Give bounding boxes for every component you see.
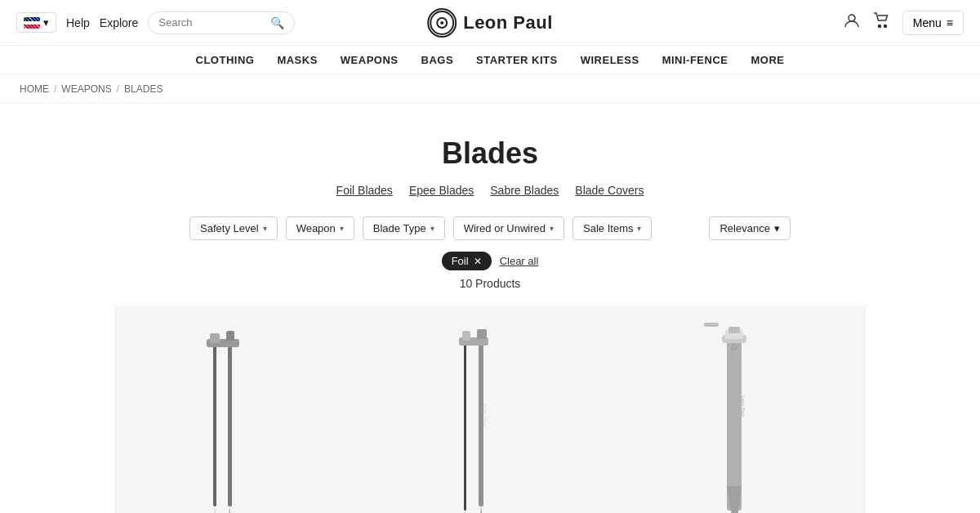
nav-masks[interactable]: MASKS [277,54,317,66]
svg-rect-8 [228,335,232,506]
sub-nav: Foil Blades Epee Blades Sabre Blades Bla… [114,184,866,197]
page-content: Blades Foil Blades Epee Blades Sabre Bla… [98,104,882,513]
product-count: 10 Products [114,277,866,290]
logo-icon [427,8,457,38]
sort-chevron: ▾ [774,222,780,234]
nav-weapons[interactable]: WEAPONS [341,54,399,66]
svg-rect-12 [226,331,234,341]
page-title: Blades [114,136,866,171]
nav-wireless[interactable]: WIRELESS [581,54,639,66]
breadcrumb-current: BLADES [124,83,163,95]
breadcrumb-sep2: / [117,83,119,95]
active-filter-chip: Foil ✕ [442,252,492,270]
filter-safety-label: Safety Level [200,222,259,234]
top-bar-left: ▾ Help Explore 🔍 [16,11,295,34]
top-bar: ▾ Help Explore 🔍 Leon Paul [0,0,980,46]
svg-point-4 [878,25,880,28]
product-image-0 [114,306,365,513]
svg-marker-16 [479,506,483,513]
filter-safety-chevron: ▾ [263,224,267,233]
help-link[interactable]: Help [66,16,90,29]
filter-sale-chevron: ▾ [637,224,641,233]
breadcrumb-sep1: / [54,83,56,95]
svg-rect-11 [210,333,220,343]
logo-area: Leon Paul [427,8,553,38]
svg-rect-6 [213,343,216,506]
search-box: 🔍 [148,11,295,34]
menu-label: Menu [913,16,942,29]
sort-button[interactable]: Relevance ▾ [709,216,790,240]
nav-starter-kits[interactable]: STARTER KITS [476,54,558,66]
filters-row: Safety Level ▾ Weapon ▾ Blade Type ▾ Wir… [114,216,866,240]
sort-group: Relevance ▾ [709,216,790,240]
svg-rect-19 [477,329,487,339]
product-grid: LP - APEX FIE FOIL BLADE £118.80 INC VAT [114,306,866,513]
product-card-0[interactable]: LP - APEX FIE FOIL BLADE £118.80 INC VAT [114,306,365,513]
svg-rect-23 [704,323,719,327]
svg-text:Leon Paul: Leon Paul [741,396,746,417]
nav-mini-fence[interactable]: MINI-FENCE [662,54,728,66]
active-filters: Foil ✕ Clear all [114,252,866,270]
svg-point-3 [849,15,855,21]
filter-wired-label: Wired or Unwired [464,222,546,234]
sub-nav-epee[interactable]: Epee Blades [409,184,474,197]
filter-weapon-label: Weapon [296,222,336,234]
cart-button[interactable] [873,12,889,33]
sub-nav-sabre[interactable]: Sabre Blades [490,184,559,197]
menu-icon: ≡ [947,16,953,29]
svg-point-5 [884,25,886,28]
filter-weapon-chevron: ▾ [340,224,344,233]
product-card-2[interactable]: Leon Paul LP - ETOILE FOIL BLADE NON ELE… [615,306,866,513]
sub-nav-covers[interactable]: Blade Covers [575,184,644,197]
filter-safety-level[interactable]: Safety Level ▾ [189,216,278,240]
remove-filter-button[interactable]: ✕ [474,256,482,267]
filter-blade-type[interactable]: Blade Type ▾ [363,216,445,240]
filter-blade-type-chevron: ▾ [430,224,434,233]
nav-bags[interactable]: BAGS [421,54,454,66]
logo-text: Leon Paul [463,12,553,33]
svg-marker-7 [214,506,216,513]
filter-sale[interactable]: Sale Items ▾ [572,216,652,240]
product-image-1: Leon Paul [365,306,616,513]
filter-wired[interactable]: Wired or Unwired ▾ [453,216,564,240]
svg-point-2 [440,21,443,25]
svg-rect-13 [464,343,466,511]
filter-weapon[interactable]: Weapon ▾ [286,216,354,240]
search-icon: 🔍 [270,16,284,29]
clear-all-link[interactable]: Clear all [500,255,539,267]
filter-blade-type-label: Blade Type [373,222,426,234]
svg-rect-18 [462,331,470,341]
filter-wired-chevron: ▾ [550,224,554,233]
product-image-2: Leon Paul [615,306,866,513]
top-bar-right: Menu ≡ [844,11,964,35]
sub-nav-foil[interactable]: Foil Blades [336,184,393,197]
svg-rect-21 [727,339,742,511]
locale-button[interactable]: ▾ [16,12,56,33]
sort-label: Relevance [719,222,769,234]
locale-chevron: ▾ [43,16,49,29]
menu-button[interactable]: Menu ≡ [902,11,964,35]
svg-marker-9 [229,506,231,513]
nav-more[interactable]: MORE [751,54,784,66]
breadcrumb-home[interactable]: HOME [20,83,49,95]
svg-rect-26 [728,327,740,333]
explore-link[interactable]: Explore [100,16,138,29]
main-nav: CLOTHING MASKS WEAPONS BAGS STARTER KITS… [0,46,980,75]
filter-sale-label: Sale Items [583,222,633,234]
search-input[interactable] [158,16,265,29]
filter-group: Safety Level ▾ Weapon ▾ Blade Type ▾ Wir… [189,216,652,240]
svg-text:Leon Paul: Leon Paul [483,404,488,426]
flag-icon [24,17,40,29]
nav-clothing[interactable]: CLOTHING [196,54,255,66]
product-card-1[interactable]: Leon Paul LP - ETOILE FOIL BLADE £43.00 … [365,306,616,513]
breadcrumb: HOME / WEAPONS / BLADES [0,75,980,104]
active-filter-label: Foil [452,255,469,267]
account-button[interactable] [844,12,860,33]
breadcrumb-weapons[interactable]: WEAPONS [61,83,111,95]
